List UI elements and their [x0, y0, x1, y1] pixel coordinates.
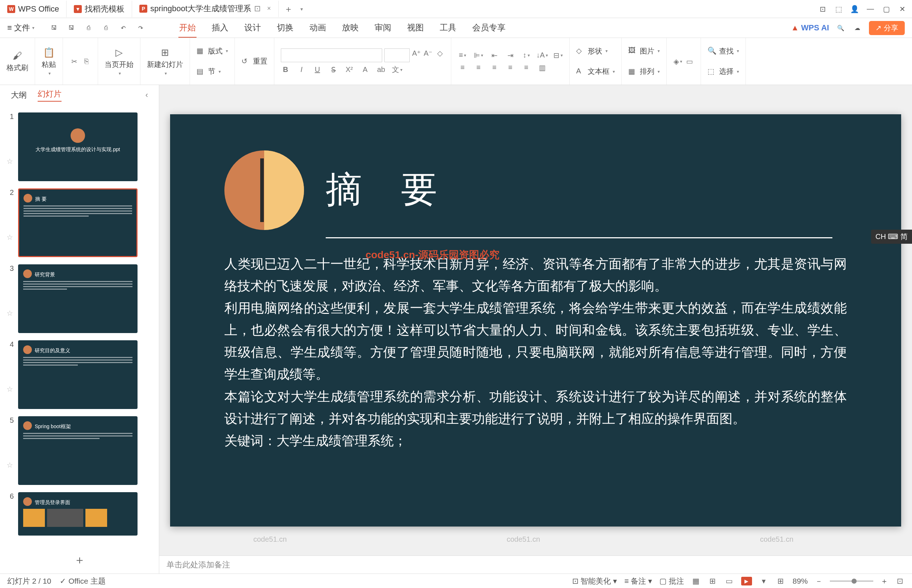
increase-font-icon[interactable]: A⁺ — [412, 48, 421, 58]
tab-insert[interactable]: 插入 — [211, 18, 229, 37]
slide-canvas[interactable]: 摘 要 人类现已迈入二十一世纪，科学技术日新月异，经济、资讯等各方面都有了非常大… — [170, 114, 901, 527]
star-icon[interactable]: ☆ — [6, 233, 14, 242]
fill-color-icon[interactable]: ◈ — [673, 57, 682, 66]
review-button[interactable]: ▢ 批注 — [659, 576, 684, 586]
reading-view-icon[interactable]: ▭ — [724, 577, 734, 586]
zoom-slider[interactable] — [830, 580, 873, 582]
star-icon[interactable]: ☆ — [6, 157, 14, 166]
align-left-icon[interactable]: ≡ — [458, 63, 467, 72]
search-icon[interactable]: 🔍 — [836, 23, 846, 33]
collapse-panel-icon[interactable]: ‹ — [146, 90, 148, 100]
minimize-icon[interactable]: — — [866, 5, 875, 13]
notes-button[interactable]: ≡ 备注 ▾ — [624, 576, 652, 586]
align-text-icon[interactable]: ⊟ — [553, 51, 563, 60]
arrange-button[interactable]: ▦排列 — [628, 66, 660, 76]
tab-animation[interactable]: 动画 — [309, 18, 327, 37]
outline-icon[interactable]: ▭ — [685, 57, 694, 66]
slideshow-dropdown-icon[interactable]: ▾ — [759, 577, 769, 586]
clear-format-icon[interactable]: ◇ — [435, 48, 444, 58]
tab-member[interactable]: 会员专享 — [471, 18, 506, 37]
zoom-out-icon[interactable]: － — [815, 576, 823, 586]
close-tab-icon[interactable]: × — [267, 5, 271, 12]
increase-indent-icon[interactable]: ⇥ — [505, 51, 515, 60]
textbox-button[interactable]: A文本框 — [576, 66, 615, 76]
distribute-icon[interactable]: ≡ — [522, 63, 531, 72]
wps-ai-button[interactable]: ▲ WPS AI — [791, 23, 829, 32]
slides-list[interactable]: 1 ☆ 大学生成绩管理系统的设计与实现.ppt 2 ☆ 摘 要 — [0, 105, 159, 547]
paste-button[interactable]: 📋粘贴 — [42, 47, 56, 76]
normal-view-icon[interactable]: ▦ — [691, 577, 701, 586]
from-current-button[interactable]: ▷当页开始 — [105, 47, 134, 76]
share-button[interactable]: ↗ 分享 — [869, 21, 905, 35]
new-tab-button[interactable]: ＋ — [279, 3, 298, 15]
select-button[interactable]: ⬚选择 — [708, 66, 739, 76]
tab-review[interactable]: 审阅 — [374, 18, 392, 37]
save-as-icon[interactable]: 🖫 — [66, 23, 76, 33]
text-direction-icon[interactable]: ↓A — [538, 51, 547, 60]
star-icon[interactable]: ☆ — [6, 385, 14, 393]
avatar-icon[interactable]: 👤 — [850, 5, 859, 13]
picture-button[interactable]: 🖼图片 — [628, 46, 660, 56]
reset-button[interactable]: ↺重置 — [241, 57, 267, 66]
highlight-icon[interactable]: ab — [376, 65, 386, 74]
maximize-icon[interactable]: ▢ — [882, 5, 891, 13]
cut-icon[interactable]: ✂ — [70, 57, 79, 66]
window-layout-icon[interactable]: ⊡ — [818, 5, 827, 13]
outline-tab[interactable]: 大纲 — [11, 90, 27, 100]
zoom-level[interactable]: 89% — [792, 577, 808, 585]
fit-icon[interactable]: ⊡ — [895, 577, 905, 586]
slide-thumb-5[interactable]: 5 ☆ Spring boot框架 — [0, 413, 159, 489]
notes-input[interactable]: 单击此处添加备注 — [159, 556, 912, 573]
slides-tab[interactable]: 幻灯片 — [38, 89, 62, 102]
underline-icon[interactable]: U — [313, 65, 322, 74]
strike-icon[interactable]: S̶ — [329, 65, 338, 74]
undo-icon[interactable]: ↶ — [118, 23, 128, 33]
decrease-indent-icon[interactable]: ⇤ — [490, 51, 499, 60]
layout-button[interactable]: ▦版式 — [196, 46, 228, 56]
tab-tools[interactable]: 工具 — [439, 18, 457, 37]
superscript-icon[interactable]: X² — [345, 65, 354, 74]
ime-badge[interactable]: CH ⌨ 简 — [871, 229, 912, 244]
beautify-button[interactable]: ⊡ 智能美化 ▾ — [572, 576, 617, 586]
close-window-icon[interactable]: ✕ — [898, 5, 907, 13]
bullets-icon[interactable]: ≡ — [458, 51, 467, 60]
italic-icon[interactable]: I — [297, 65, 306, 74]
slideshow-button[interactable]: ▶ — [741, 577, 752, 585]
new-slide-button[interactable]: ⊞新建幻灯片 — [147, 47, 183, 76]
line-spacing-icon[interactable]: ↕ — [522, 51, 531, 60]
tab-start[interactable]: 开始 — [178, 18, 196, 37]
star-icon[interactable]: ☆ — [6, 461, 14, 469]
tab-design[interactable]: 设计 — [243, 18, 262, 37]
decrease-font-icon[interactable]: A⁻ — [423, 48, 433, 58]
slide-thumb-1[interactable]: 1 ☆ 大学生成绩管理系统的设计与实现.ppt — [0, 109, 159, 185]
section-button[interactable]: ▤节 — [196, 66, 228, 76]
font-family-select[interactable] — [281, 48, 382, 62]
tab-view[interactable]: 视图 — [407, 18, 424, 37]
print-preview-icon[interactable]: ⎙ — [101, 23, 111, 33]
add-slide-button[interactable]: ＋ — [0, 547, 159, 573]
numbering-icon[interactable]: ⊫ — [474, 51, 483, 60]
slide-thumb-2[interactable]: 2 ☆ 摘 要 — [0, 185, 159, 261]
file-menu-button[interactable]: ≡ 文件 ▾ — [7, 23, 34, 33]
cube-icon[interactable]: ⬚ — [834, 5, 843, 13]
font-color-icon[interactable]: A — [360, 65, 370, 74]
copy-icon[interactable]: ⎘ — [82, 57, 91, 66]
font-size-select[interactable] — [384, 48, 410, 62]
grid-icon[interactable]: ⊞ — [776, 577, 785, 586]
save-icon[interactable]: 🖫 — [49, 23, 59, 33]
find-button[interactable]: 🔍查找 — [708, 46, 739, 56]
slide-thumb-4[interactable]: 4 ☆ 研究目的及意义 — [0, 337, 159, 413]
print-icon[interactable]: ⎙ — [84, 23, 94, 33]
format-brush-button[interactable]: 🖌格式刷 — [6, 50, 28, 73]
star-icon[interactable]: ☆ — [6, 309, 14, 318]
text-effects-icon[interactable]: 文 — [392, 65, 402, 74]
tab-transition[interactable]: 切换 — [276, 18, 294, 37]
tab-dropdown-icon[interactable]: ▾ — [300, 6, 303, 12]
cloud-icon[interactable]: ☁ — [852, 23, 862, 33]
app-tab-document[interactable]: P springboot大学生成绩管理系 ⊡ × — [132, 1, 278, 17]
bold-icon[interactable]: B — [281, 65, 290, 74]
columns-icon[interactable]: ▥ — [538, 63, 547, 72]
align-justify-icon[interactable]: ≡ — [505, 63, 515, 72]
slide-thumb-6[interactable]: 6 管理员登录界面 — [0, 489, 159, 539]
zoom-in-icon[interactable]: ＋ — [881, 576, 888, 586]
